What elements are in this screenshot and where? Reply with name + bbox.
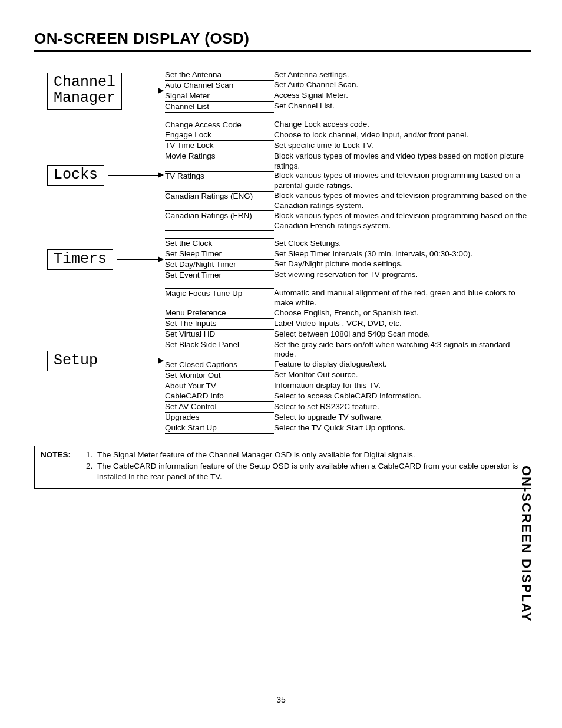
table-row: Set Sleep TimerSet Sleep Timer intervals…	[165, 249, 531, 260]
item-desc: Set specific time to Lock TV.	[274, 141, 531, 151]
table-row: TV RatingsBlock various types of movies …	[165, 171, 531, 191]
category-wrap: Timers	[47, 238, 165, 281]
item-desc: Feature to display dialogue/text.	[274, 360, 531, 370]
table-row: Set the ClockSet Clock Settings.	[165, 239, 531, 249]
table-row: About Your TVInformation display for thi…	[165, 381, 531, 391]
page-number: 35	[0, 695, 562, 704]
item-desc: Set Clock Settings.	[274, 239, 531, 249]
arrow-icon	[104, 172, 165, 178]
table-row: Set Monitor OutSet Monitor Out source.	[165, 370, 531, 381]
table-row: UpgradesSelect to upgrade TV software.	[165, 413, 531, 423]
item-desc: Block various types of movies and video …	[274, 151, 531, 172]
table-row: Auto Channel ScanSet Auto Channel Scan.	[165, 80, 531, 91]
table-row: Movie RatingsBlock various types of movi…	[165, 151, 531, 172]
item-name: TV Time Lock	[165, 141, 274, 151]
table-row: Menu PreferenceChoose English, French, o…	[165, 308, 531, 319]
item-name: Auto Channel Scan	[165, 80, 274, 91]
table-row: Magic Focus Tune UpAutomatic and manual …	[165, 288, 531, 308]
item-name: TV Ratings	[165, 171, 274, 191]
osd-section: ChannelManagerSet the AntennaSet Antenna…	[47, 70, 531, 113]
osd-section: LocksChange Access CodeChange Lock acces…	[47, 120, 531, 232]
item-name: Set Event Timer	[165, 270, 274, 281]
table-row: Quick Start UpSelect the TV Quick Start …	[165, 423, 531, 434]
item-name: Canadian Ratings (ENG)	[165, 191, 274, 211]
item-desc: Set the gray side bars on/off when watch…	[274, 340, 531, 360]
item-desc: Select between 1080i and 540p Scan mode.	[274, 330, 531, 340]
category-box: ChannelManager	[47, 73, 122, 110]
category-box: Setup	[47, 351, 104, 372]
category-wrap: Locks	[47, 120, 165, 232]
osd-section: TimersSet the ClockSet Clock Settings.Se…	[47, 238, 531, 281]
category-box: Timers	[47, 249, 113, 271]
table-row: Set the AntennaSet Antenna settings.	[165, 70, 531, 81]
item-name: Movie Ratings	[165, 151, 274, 172]
note-item: The CableCARD information feature of the…	[95, 461, 525, 482]
item-name: Engage Lock	[165, 130, 274, 141]
arrow-icon	[113, 256, 165, 262]
item-desc: Block various types of movies and televi…	[274, 211, 531, 231]
arrow-icon	[122, 88, 165, 94]
item-desc: Select to access CableCARD information.	[274, 391, 531, 402]
item-desc: Set Channel List.	[274, 101, 531, 112]
item-desc: Set viewing reservation for TV programs.	[274, 270, 531, 281]
table-row: Channel ListSet Channel List.	[165, 101, 531, 112]
side-tab: ON-SCREEN DISPLAY	[518, 466, 534, 622]
title-rule	[34, 50, 531, 52]
osd-item-table: Set the AntennaSet Antenna settings.Auto…	[165, 70, 531, 113]
item-name: Set Day/Night Timer	[165, 259, 274, 270]
table-row: Set Black Side PanelSet the gray side ba…	[165, 340, 531, 360]
item-name: Set Virtual HD	[165, 330, 274, 340]
osd-section: SetupMagic Focus Tune UpAutomatic and ma…	[47, 288, 531, 434]
item-name: Set Sleep Timer	[165, 249, 274, 260]
item-desc: Information display for this TV.	[274, 381, 531, 391]
item-name: Set Closed Captions	[165, 360, 274, 370]
notes-box: NOTES: The Signal Meter feature of the C…	[34, 446, 531, 489]
item-name: Channel List	[165, 101, 274, 112]
item-name: Change Access Code	[165, 120, 274, 130]
item-desc: Choose English, French, or Spanish text.	[274, 308, 531, 319]
item-desc: Block various types of movies and televi…	[274, 171, 531, 191]
item-name: Set Black Side Panel	[165, 340, 274, 360]
table-row: Engage LockChoose to lock channel, video…	[165, 130, 531, 141]
item-desc: Set Antenna settings.	[274, 70, 531, 81]
item-desc: Set Monitor Out source.	[274, 370, 531, 381]
item-desc: Block various types of movies and televi…	[274, 191, 531, 211]
table-row: Change Access CodeChange Lock access cod…	[165, 120, 531, 130]
table-row: CableCARD InfoSelect to access CableCARD…	[165, 391, 531, 402]
item-desc: Select the TV Quick Start Up options.	[274, 423, 531, 434]
category-wrap: Setup	[47, 288, 165, 434]
item-desc: Select to set RS232C feature.	[274, 402, 531, 413]
item-name: Menu Preference	[165, 308, 274, 319]
table-row: Canadian Ratings (ENG)Block various type…	[165, 191, 531, 211]
osd-item-table: Magic Focus Tune UpAutomatic and manual …	[165, 288, 531, 434]
item-name: Quick Start Up	[165, 423, 274, 434]
table-row: TV Time LockSet specific time to Lock TV…	[165, 141, 531, 151]
item-name: Set Monitor Out	[165, 370, 274, 381]
table-row: Signal MeterAccess Signal Meter.	[165, 91, 531, 101]
item-desc: Set Day/Night picture mode settings.	[274, 259, 531, 270]
item-desc: Choose to lock channel, video input, and…	[274, 130, 531, 141]
item-desc: Change Lock access code.	[274, 120, 531, 130]
table-row: Set Virtual HDSelect between 1080i and 5…	[165, 330, 531, 340]
note-item: The Signal Meter feature of the Channel …	[95, 450, 525, 460]
table-row: Canadian Ratings (FRN)Block various type…	[165, 211, 531, 231]
page-title: ON-SCREEN DISPLAY (OSD)	[34, 29, 531, 48]
item-desc: Label Video Inputs , VCR, DVD, etc.	[274, 319, 531, 330]
table-row: Set The InputsLabel Video Inputs , VCR, …	[165, 319, 531, 330]
table-row: Set Event TimerSet viewing reservation f…	[165, 270, 531, 281]
table-row: Set Day/Night TimerSet Day/Night picture…	[165, 259, 531, 270]
item-name: Set The Inputs	[165, 319, 274, 330]
item-name: Upgrades	[165, 413, 274, 423]
osd-item-table: Change Access CodeChange Lock access cod…	[165, 120, 531, 232]
category-box: Locks	[47, 165, 104, 186]
item-name: Canadian Ratings (FRN)	[165, 211, 274, 231]
osd-diagram: ChannelManagerSet the AntennaSet Antenna…	[47, 70, 531, 434]
item-name: CableCARD Info	[165, 391, 274, 402]
notes-label: NOTES:	[41, 450, 82, 483]
item-desc: Set Auto Channel Scan.	[274, 80, 531, 91]
item-name: Set AV Control	[165, 402, 274, 413]
item-desc: Access Signal Meter.	[274, 91, 531, 101]
item-desc: Set Sleep Timer intervals (30 min. inter…	[274, 249, 531, 260]
item-name: Signal Meter	[165, 91, 274, 101]
item-name: Set the Antenna	[165, 70, 274, 81]
